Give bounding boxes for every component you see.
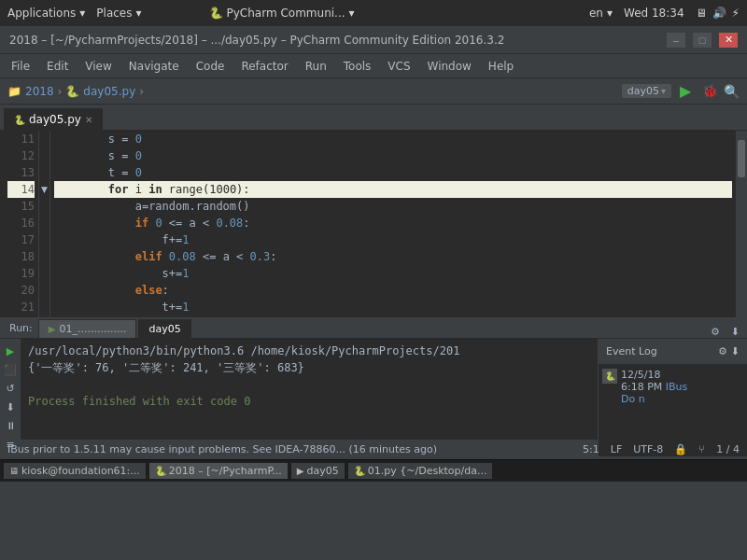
tab-day05py[interactable]: 🐍 day05.py ✕ [4,108,103,130]
page-count: 1 / 4 [716,443,740,455]
menu-bar: File Edit View Navigate Code Refactor Ru… [0,54,747,78]
menu-edit[interactable]: Edit [39,58,76,75]
code-line-15: a=random.random() [54,198,732,215]
minimize-button[interactable]: – [667,33,685,48]
event-time-app: 6:18 PM IBus [621,381,687,393]
event-link[interactable]: IBus [666,381,688,393]
pause-side-button[interactable]: ⏸ [2,417,19,434]
event-log-arrow[interactable]: ⬇ [731,345,740,357]
code-line-16: if 0 <= a < 0.08: [54,215,732,231]
event-date: 12/5/18 [621,369,687,381]
menu-file[interactable]: File [4,58,37,75]
close-button[interactable]: ✕ [719,33,738,48]
01py-label: 01.py {~/Desktop/da... [368,465,487,477]
menu-help[interactable]: Help [481,58,521,75]
menu-window[interactable]: Window [420,58,479,75]
menu-run[interactable]: Run [298,58,334,75]
code-line-13: t = 0 [54,164,732,181]
encoding: UTF-8 [633,443,663,455]
pycharm-icon: 🐍 [209,7,223,20]
pycharm-label: 2018 – [~/PycharmP... [169,465,282,477]
run-tab-01[interactable]: ▶ 01_............... [38,319,137,338]
apps-arrow: ▾ [79,7,85,20]
rerun-side-button[interactable]: ↺ [2,380,19,397]
pycharm-taskbar-icon: 🐍 [155,466,166,476]
output-empty [28,376,590,393]
menu-code[interactable]: Code [189,58,233,75]
code-line-11: s = 0 [54,131,732,147]
run-content: ▶ ⬛ ↺ ⬇ ⏸ ≡ /usr/local/python3/bin/pytho… [0,339,747,456]
code-editor[interactable]: s = 0 s = 0 t = 0 for i in range(1000): … [50,131,736,317]
run-tab-controls: ⚙ ⬇ [707,326,743,338]
run-tab-icon: ▶ [49,324,56,334]
tab-label: day05.py [29,113,81,126]
run-tab-01-label: 01_............... [60,323,127,335]
system-bar: Applications ▾ Places ▾ 🐍 PyCharm Commun… [0,0,747,26]
vertical-scrollbar[interactable] [736,131,747,317]
title-arrow: ▾ [349,7,355,20]
fold-gutter: ▼ [39,131,50,317]
event-log: Event Log ⚙ ⬇ 🐍 12/5/18 6:18 PM IBus Do … [598,339,747,456]
run-arrow-down[interactable]: ⬇ [727,326,743,338]
window-title: 2018 – [~/PycharmProjects/2018] – .../da… [9,34,504,47]
terminal-label: kiosk@foundation61:... [21,465,140,477]
event-log-header: Event Log ⚙ ⬇ [599,339,747,365]
menu-view[interactable]: View [78,58,119,75]
tab-bar: 🐍 day05.py ✕ [0,105,747,131]
lock-icon: 🔒 [674,443,687,455]
stop-side-button[interactable]: ⬛ [2,361,19,378]
breadcrumb-file[interactable]: day05.py [83,85,135,98]
status-message: IBus prior to 1.5.11 may cause input pro… [7,443,571,455]
play-side-button[interactable]: ▶ [2,343,19,359]
places-label: Places [96,7,132,20]
run-settings-icon[interactable]: ⚙ [707,326,724,338]
code-line-14: for i in range(1000): [54,181,732,198]
maximize-button[interactable]: □ [693,33,712,48]
sys-tray: 🖥 🔊 ⚡ [696,7,740,20]
places-menu[interactable]: Places ▾ [96,7,141,20]
menu-navigate[interactable]: Navigate [121,58,187,75]
tab-close-button[interactable]: ✕ [85,115,92,125]
scrollbar-thumb[interactable] [738,140,745,177]
scroll-down-button[interactable]: ⬇ [2,399,19,415]
code-line-12: s = 0 [54,147,732,164]
py-taskbar-icon: 🐍 [354,466,365,476]
taskbar-terminal[interactable]: 🖥 kiosk@foundation61:... [4,463,146,479]
taskbar-day05[interactable]: ▶ day05 [291,463,345,479]
taskbar-pycharm[interactable]: 🐍 2018 – [~/PycharmP... [149,463,288,479]
run-panel: Run: ▶ 01_............... day05 ⚙ ⬇ ▶ ⬛ … [0,317,747,439]
command-line: /usr/local/python3/bin/python3.6 /home/k… [28,343,590,359]
lang-indicator: en ▾ [589,7,613,20]
code-line-19: s+=1 [54,265,732,282]
editor-area: 11 12 13 14 15 16 17 18 19 20 21 22 23 ▼… [0,131,747,317]
menu-tools[interactable]: Tools [336,58,379,75]
breadcrumb-project[interactable]: 2018 [25,85,54,98]
run-controls: day05 ▾ ▶ 🐞 🔍 [622,81,740,102]
code-line-18: elif 0.08 <= a < 0.3: [54,248,732,265]
clock: Wed 18:34 [624,7,684,20]
search-icon[interactable]: 🔍 [724,84,740,99]
run-taskbar-icon: ▶ [297,466,304,476]
folder-icon: 📁 [7,85,21,98]
window-controls: – □ ✕ [667,33,738,48]
output-result: {'一等奖': 76, '二等奖': 241, '三等奖': 683} [28,359,590,376]
places-arrow: ▾ [136,7,142,20]
run-tab-day05[interactable]: day05 [138,319,190,338]
run-button[interactable]: ▶ [675,81,696,102]
taskbar-01py[interactable]: 🐍 01.py {~/Desktop/da... [348,463,493,479]
applications-menu[interactable]: Applications ▾ [7,7,85,20]
line-col: 5:1 [583,443,599,455]
code-line-21: t+=1 [54,299,732,315]
applications-label: Applications [7,7,76,20]
title-bar: 2018 – [~/PycharmProjects/2018] – .../da… [0,26,747,54]
taskbar: 🖥 kiosk@foundation61:... 🐍 2018 – [~/Pyc… [0,459,747,482]
event-action: Do n [621,393,687,405]
debug-button[interactable]: 🐞 [699,81,720,102]
menu-refactor[interactable]: Refactor [233,58,295,75]
run-panel-label: Run: [4,322,38,338]
event-icon: 🐍 [602,369,617,384]
event-text: 12/5/18 6:18 PM IBus Do n [621,369,687,405]
day05-label: day05 [307,465,339,477]
event-log-settings[interactable]: ⚙ [718,345,727,357]
menu-vcs[interactable]: VCS [380,58,417,75]
